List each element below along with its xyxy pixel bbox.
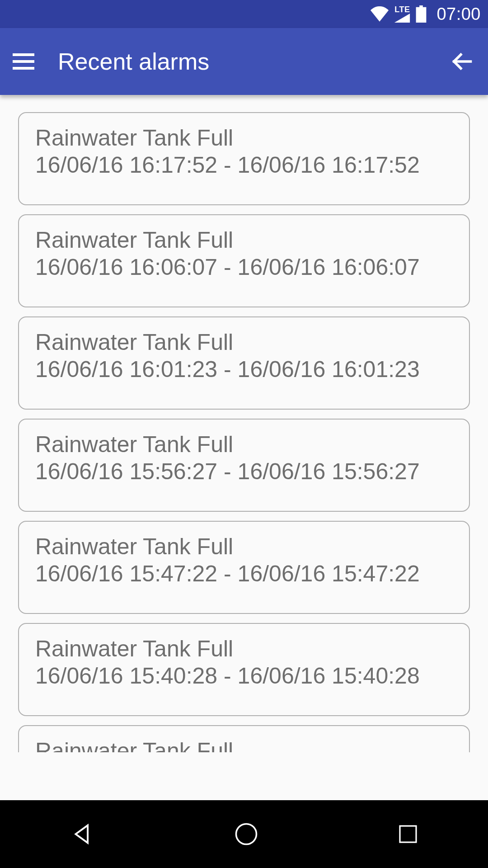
app-bar: Recent alarms [0, 28, 488, 95]
status-time: 07:00 [436, 5, 481, 24]
alarm-item[interactable]: Rainwater Tank Full 16/06/16 15:40:28 - … [18, 623, 470, 716]
alarm-title: Rainwater Tank Full [35, 636, 453, 662]
alarm-time: 16/06/16 16:17:52 - 16/06/16 16:17:52 [35, 152, 453, 178]
lte-icon: LTE [394, 5, 410, 23]
alarm-item[interactable]: Rainwater Tank Full 16/06/16 16:01:23 - … [18, 316, 470, 410]
alarm-list[interactable]: Rainwater Tank Full 16/06/16 16:17:52 - … [0, 95, 488, 800]
alarm-title: Rainwater Tank Full [35, 125, 453, 151]
status-bar: LTE 07:00 [0, 0, 488, 28]
alarm-title: Rainwater Tank Full [35, 329, 453, 355]
alarm-item[interactable]: Rainwater Tank Full [18, 725, 470, 752]
svg-rect-4 [400, 826, 416, 842]
wifi-icon [371, 6, 389, 22]
alarm-title: Rainwater Tank Full [35, 431, 453, 458]
nav-home-icon[interactable] [234, 822, 258, 846]
svg-point-3 [236, 824, 256, 844]
nav-recent-icon[interactable] [397, 823, 419, 845]
nav-bar [0, 800, 488, 868]
svg-rect-1 [13, 60, 34, 63]
alarm-item[interactable]: Rainwater Tank Full 16/06/16 16:17:52 - … [18, 112, 470, 205]
alarm-item[interactable]: Rainwater Tank Full 16/06/16 16:06:07 - … [18, 214, 470, 307]
alarm-title: Rainwater Tank Full [35, 533, 453, 560]
alarm-time: 16/06/16 15:56:27 - 16/06/16 15:56:27 [35, 458, 453, 485]
nav-back-icon[interactable] [69, 821, 95, 847]
svg-rect-2 [13, 67, 34, 70]
svg-rect-0 [13, 53, 34, 56]
alarm-time: 16/06/16 16:06:07 - 16/06/16 16:06:07 [35, 254, 453, 280]
alarm-item[interactable]: Rainwater Tank Full 16/06/16 15:56:27 - … [18, 419, 470, 512]
alarm-title: Rainwater Tank Full [35, 227, 453, 253]
alarm-time: 16/06/16 16:01:23 - 16/06/16 16:01:23 [35, 356, 453, 382]
alarm-time: 16/06/16 15:47:22 - 16/06/16 15:47:22 [35, 561, 453, 587]
alarm-time: 16/06/16 15:40:28 - 16/06/16 15:40:28 [35, 663, 453, 689]
alarm-item[interactable]: Rainwater Tank Full 16/06/16 15:47:22 - … [18, 521, 470, 614]
screen: LTE 07:00 Recent alarms Rainwater Tank [0, 0, 488, 868]
back-arrow-icon[interactable] [449, 49, 474, 74]
alarm-title: Rainwater Tank Full [35, 738, 453, 752]
battery-icon [416, 5, 427, 23]
page-title: Recent alarms [58, 48, 449, 75]
menu-icon[interactable] [11, 49, 36, 74]
lte-label: LTE [394, 5, 410, 14]
